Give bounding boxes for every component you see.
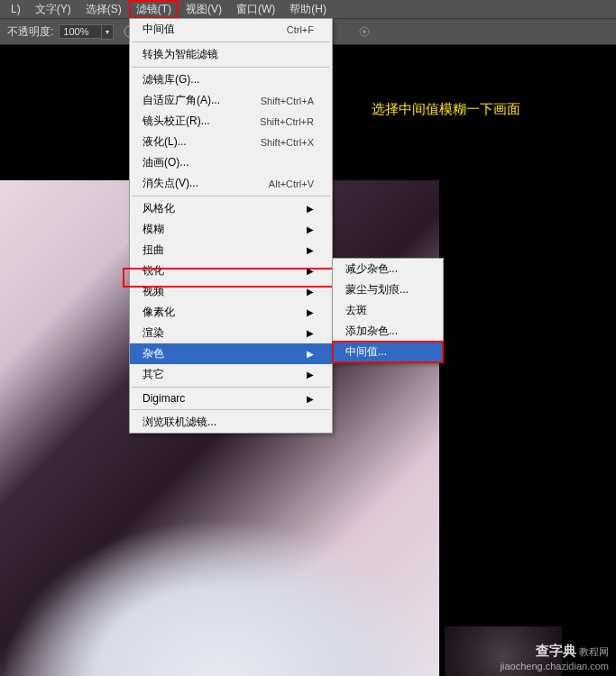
menu-item-digimarc[interactable]: Digimarc▶ [130,389,332,407]
menu-help[interactable]: 帮助(H) [282,0,334,19]
noise-submenu: 减少杂色... 蒙尘与划痕... 去斑 添加杂色... 中间值... [332,258,444,363]
menu-item-vanishing-point[interactable]: 消失点(V)... Alt+Ctrl+V [130,173,332,194]
menu-item-filter-gallery[interactable]: 滤镜库(G)... [130,69,332,90]
menu-item-liquify[interactable]: 液化(L)... Shift+Ctrl+X [130,132,332,152]
menu-l[interactable]: L) [4,1,28,17]
annotation-text: 选择中间值模糊一下画面 [372,101,520,118]
watermark-url: jiaocheng.chazidian.com [501,661,609,671]
menu-window[interactable]: 窗口(W) [229,0,282,19]
menu-separator [132,41,330,42]
submenu-item-median[interactable]: 中间值... [333,342,443,362]
menu-filter[interactable]: 滤镜(T) [129,0,179,19]
menu-item-stylize[interactable]: 风格化▶ [130,198,332,219]
menu-item-browse-online[interactable]: 浏览联机滤镜... [130,412,332,433]
menu-item-convert-smart[interactable]: 转换为智能滤镜 [130,44,332,65]
menu-separator [132,387,330,388]
watermark-title: 查字典 [536,643,576,658]
svg-point-2 [363,30,366,33]
submenu-item-dust-scratches[interactable]: 蒙尘与划痕... [333,279,443,300]
menu-item-video[interactable]: 视频▶ [130,281,332,302]
menu-separator [132,409,330,410]
menu-item-oil-paint[interactable]: 油画(O)... [130,152,332,173]
menu-item-last-filter[interactable]: 中间值 Ctrl+F [130,19,332,40]
filter-menu: 中间值 Ctrl+F 转换为智能滤镜 滤镜库(G)... 自适应广角(A)...… [129,18,333,434]
menu-item-render[interactable]: 渲染▶ [130,323,332,343]
menu-view[interactable]: 视图(V) [179,0,229,19]
submenu-item-reduce-noise[interactable]: 减少杂色... [333,259,443,279]
menu-item-other[interactable]: 其它▶ [130,364,332,385]
menu-item-blur[interactable]: 模糊▶ [130,219,332,240]
menu-text[interactable]: 文字(Y) [28,0,78,19]
menu-item-noise[interactable]: 杂色▶ [130,343,332,364]
opacity-input[interactable]: 100% [59,24,102,39]
menu-separator [132,196,330,196]
menu-select[interactable]: 选择(S) [78,0,129,19]
menu-separator [132,67,330,68]
menu-item-distort[interactable]: 扭曲▶ [130,240,332,260]
opacity-label: 不透明度: [7,24,53,40]
menu-item-pixelate[interactable]: 像素化▶ [130,302,332,323]
watermark: 查字典 教程网 jiaocheng.chazidian.com [501,642,609,672]
opacity-dropdown-arrow[interactable]: ▾ [101,24,114,40]
submenu-item-add-noise[interactable]: 添加杂色... [333,321,443,342]
menu-item-lens-correction[interactable]: 镜头校正(R)... Shift+Ctrl+R [130,111,332,132]
watermark-subtitle: 教程网 [579,646,609,657]
submenu-item-despeckle[interactable]: 去斑 [333,300,443,321]
menu-item-sharpen[interactable]: 锐化▶ [130,260,332,281]
menu-item-adaptive-wide-angle[interactable]: 自适应广角(A)... Shift+Ctrl+A [130,90,332,111]
airbrush-icon[interactable] [355,23,373,41]
menubar: L) 文字(Y) 选择(S) 滤镜(T) 视图(V) 窗口(W) 帮助(H) [0,0,616,18]
